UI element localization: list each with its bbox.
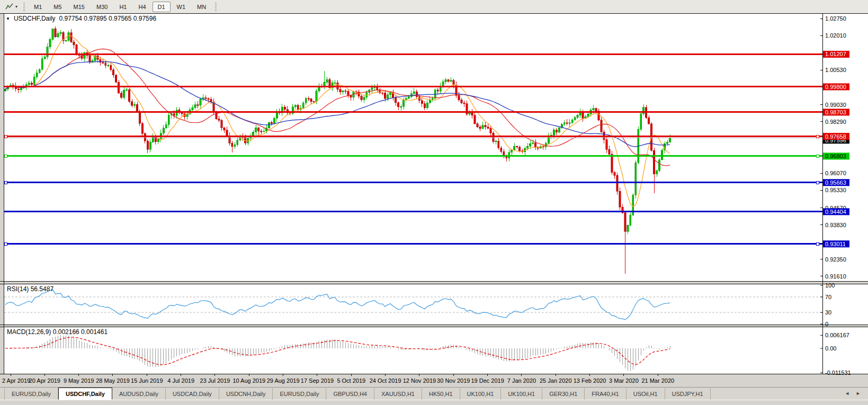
chart-ohlc-values: 0.97754 0.97895 0.97565 0.97596 <box>59 15 157 22</box>
svg-text:0: 0 <box>825 321 828 327</box>
svg-text:30: 30 <box>825 309 831 316</box>
svg-text:0.94404: 0.94404 <box>825 209 846 215</box>
level-price-label-0.98703: 0.98703 <box>823 109 849 115</box>
svg-text:0.006167: 0.006167 <box>825 332 849 338</box>
svg-text:28 May 2019: 28 May 2019 <box>96 377 130 384</box>
chart-tab-usdjpy-h1[interactable]: USDJPY,H1 <box>665 388 711 400</box>
svg-text:-0.011531: -0.011531 <box>825 370 851 376</box>
line-studies-tool[interactable]: ▾ <box>3 3 20 11</box>
tab-scroll-controls: ◄ ► <box>845 391 861 396</box>
svg-text:5 Oct 2019: 5 Oct 2019 <box>337 377 365 384</box>
svg-text:1.02010: 1.02010 <box>825 32 846 39</box>
chart-tab-audusd-daily[interactable]: AUDUSD,Daily <box>112 388 166 400</box>
svg-text:7 Jan 2020: 7 Jan 2020 <box>507 377 536 384</box>
timeframe-button-m15[interactable]: M15 <box>68 2 90 12</box>
chart-symbol-label: USDCHF,Daily <box>14 15 56 22</box>
svg-text:1.00530: 1.00530 <box>825 67 846 73</box>
svg-text:4 Jul 2019: 4 Jul 2019 <box>167 377 194 384</box>
svg-text:13 Feb 2020: 13 Feb 2020 <box>574 377 606 384</box>
svg-text:1.01207: 1.01207 <box>825 51 846 57</box>
timeframe-button-m1[interactable]: M1 <box>29 2 47 12</box>
timeframe-button-h4[interactable]: H4 <box>133 2 151 12</box>
chart-tab-usoil-h1[interactable]: USOil,H1 <box>627 388 665 400</box>
svg-text:0.00: 0.00 <box>825 345 836 352</box>
svg-text:1.02750: 1.02750 <box>825 15 846 22</box>
collapse-indicator-icon[interactable]: ▼ <box>6 16 10 21</box>
svg-text:20 Apr 2019: 20 Apr 2019 <box>29 377 60 384</box>
chart-tab-usdchf-daily[interactable]: USDCHF,Daily <box>58 388 112 400</box>
svg-text:0.98703: 0.98703 <box>825 109 846 115</box>
chart-tab-uk100-h1[interactable]: UK100,H1 <box>460 388 502 400</box>
svg-text:10 Aug 2019: 10 Aug 2019 <box>232 377 265 384</box>
chart-tab-fra40-h1[interactable]: FRA40,H1 <box>585 388 626 400</box>
chart-canvas[interactable]: 1.027501.020101.005300.990300.982900.960… <box>0 13 868 387</box>
level-price-label-1.01207: 1.01207 <box>823 51 849 58</box>
chart-tab-gbpusd-h4[interactable]: GBPUSD,H4 <box>326 388 374 400</box>
svg-text:0.96070: 0.96070 <box>825 170 846 176</box>
status-strip <box>0 400 868 405</box>
chart-tab-eurusd-daily[interactable]: EURUSD,Daily <box>4 388 58 400</box>
rsi-indicator-label: RSI(14) 56.5487 <box>7 285 53 293</box>
timeframe-button-m5[interactable]: M5 <box>48 2 67 12</box>
toolbar-drag-handle[interactable] <box>23 3 25 11</box>
mt4-window: ▾ M1M5M15M30H1H4D1W1MN 1.027501.020101.0… <box>0 0 868 405</box>
svg-text:17 Sep 2019: 17 Sep 2019 <box>301 377 334 384</box>
top-toolbar: ▾ M1M5M15M30H1H4D1W1MN <box>0 0 868 13</box>
svg-text:0.95663: 0.95663 <box>825 179 846 186</box>
svg-text:0.96803: 0.96803 <box>825 153 846 159</box>
svg-text:0.95330: 0.95330 <box>825 187 846 193</box>
chart-tab-usdcad-daily[interactable]: USDCAD,Daily <box>166 388 219 400</box>
svg-text:29 Aug 2019: 29 Aug 2019 <box>267 377 300 384</box>
svg-text:12 Nov 2019: 12 Nov 2019 <box>403 377 436 384</box>
timeframe-button-m30[interactable]: M30 <box>91 2 113 12</box>
svg-text:100: 100 <box>825 282 835 289</box>
level-price-label-0.99800: 0.99800 <box>823 83 849 90</box>
svg-text:23 Jul 2019: 23 Jul 2019 <box>200 377 230 384</box>
chart-window: 1.027501.020101.005300.990300.982900.960… <box>0 13 868 387</box>
timeframe-buttons: M1M5M15M30H1H4D1W1MN <box>29 2 211 12</box>
svg-text:25 Jan 2020: 25 Jan 2020 <box>540 377 572 384</box>
chart-tab-usdcnh-daily[interactable]: USDCNH,Daily <box>219 388 273 400</box>
svg-text:0.98290: 0.98290 <box>825 119 846 125</box>
timeframe-button-mn[interactable]: MN <box>192 2 211 12</box>
chevron-down-icon[interactable]: ▾ <box>15 4 17 9</box>
level-price-label-0.94404: 0.94404 <box>823 208 849 215</box>
line-studies-icon <box>5 3 14 11</box>
chart-tab-xauusd-h1[interactable]: XAUUSD,H1 <box>374 388 422 400</box>
svg-text:15 Jun 2019: 15 Jun 2019 <box>131 377 163 384</box>
chart-tab-uk100-h1[interactable]: UK100,H1 <box>501 388 542 400</box>
svg-text:70: 70 <box>825 294 831 300</box>
tab-scroll-left-icon[interactable]: ◄ <box>845 391 849 396</box>
level-price-label-0.95663: 0.95663 <box>823 179 849 186</box>
svg-text:0.91610: 0.91610 <box>825 273 846 280</box>
svg-text:2 Apr 2019: 2 Apr 2019 <box>2 377 30 384</box>
chart-title-bar: ▼ USDCHF,Daily 0.97754 0.97895 0.97565 0… <box>6 15 156 22</box>
macd-indicator-label: MACD(12,26,9) 0.002166 0.001461 <box>7 328 108 336</box>
svg-text:19 Dec 2019: 19 Dec 2019 <box>471 377 504 384</box>
svg-text:0.99030: 0.99030 <box>825 102 846 108</box>
timeframe-button-w1[interactable]: W1 <box>172 2 191 12</box>
timeframe-button-d1[interactable]: D1 <box>153 2 171 12</box>
svg-text:0.93830: 0.93830 <box>825 222 846 228</box>
chart-tabs: EURUSD,DailyUSDCHF,DailyAUDUSD,DailyUSDC… <box>0 388 868 400</box>
svg-text:9 May 2019: 9 May 2019 <box>64 377 94 384</box>
svg-text:24 Oct 2019: 24 Oct 2019 <box>370 377 401 384</box>
level-price-label-0.93011: 0.93011 <box>823 240 849 247</box>
toolbar-drag-handle-2[interactable] <box>215 3 217 11</box>
tab-scroll-right-icon[interactable]: ► <box>856 391 861 396</box>
svg-text:30 Nov 2019: 30 Nov 2019 <box>437 377 470 384</box>
chart-tab-ger30-h1[interactable]: GER30,H1 <box>542 388 585 400</box>
svg-text:0.92350: 0.92350 <box>825 256 846 263</box>
svg-text:0.99800: 0.99800 <box>825 84 846 90</box>
level-price-label-0.96803: 0.96803 <box>823 152 849 159</box>
timeframe-button-h1[interactable]: H1 <box>114 2 132 12</box>
svg-text:3 Mar 2020: 3 Mar 2020 <box>609 377 639 384</box>
svg-text:0.97658: 0.97658 <box>825 133 846 140</box>
level-price-label-0.97658: 0.97658 <box>823 133 849 140</box>
chart-tab-hk50-h1[interactable]: HK50,H1 <box>422 388 460 400</box>
svg-text:0.93011: 0.93011 <box>825 241 846 247</box>
svg-text:21 Mar 2020: 21 Mar 2020 <box>641 377 674 384</box>
chart-tab-eurusd-daily[interactable]: EURUSD,Daily <box>273 388 326 400</box>
